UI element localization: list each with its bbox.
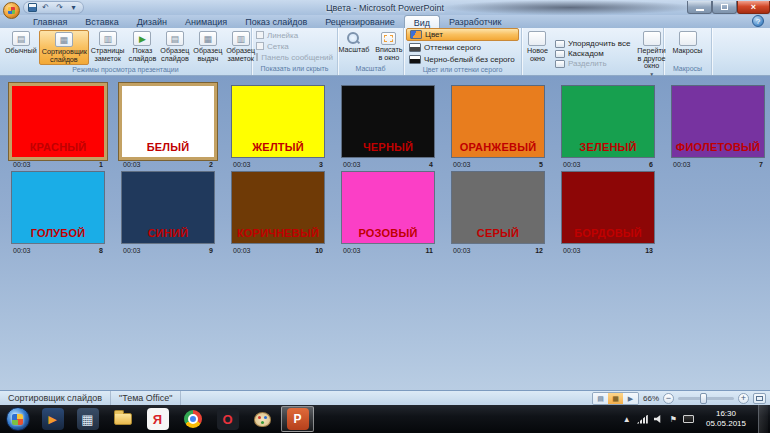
- switch-window-icon: [643, 31, 661, 46]
- slide-thumbnail[interactable]: СИНИЙ: [122, 172, 214, 243]
- slide-title: ЗЕЛЕНЫЙ: [562, 141, 654, 153]
- slide-thumbnail[interactable]: ФИОЛЕТОВЫЙ: [672, 86, 764, 157]
- slide-number: 6: [649, 161, 653, 168]
- slide-thumbnail[interactable]: БЕЛЫЙ: [122, 86, 214, 157]
- ruler-checkbox[interactable]: Линейка: [256, 31, 333, 40]
- macros-button[interactable]: Макросы: [671, 30, 705, 64]
- slide-cell: КОРИЧНЕВЫЙ 00:03 10: [232, 172, 324, 254]
- view-mode-button[interactable]: ▥ Страницы заметок: [89, 30, 127, 65]
- slideshow-view-button[interactable]: ▶: [623, 393, 638, 404]
- grayscale-button[interactable]: Оттенки серого: [406, 42, 519, 53]
- office-button[interactable]: [3, 2, 20, 19]
- zoom-slider-thumb[interactable]: [700, 393, 707, 404]
- ribbon-tab[interactable]: Вставка: [76, 15, 127, 28]
- ribbon-tab[interactable]: Анимация: [176, 15, 236, 28]
- chrome-icon[interactable]: [176, 406, 209, 432]
- arrange-all-button[interactable]: Упорядочить все: [553, 39, 632, 48]
- zoom-out-button[interactable]: −: [663, 393, 674, 404]
- cascade-button[interactable]: Каскадом: [553, 49, 632, 58]
- view-mode-button[interactable]: ▤ Образец слайдов: [158, 30, 191, 65]
- slide-number: 11: [426, 247, 433, 254]
- help-icon[interactable]: ?: [752, 15, 764, 27]
- network-icon[interactable]: [637, 415, 648, 424]
- paint-icon[interactable]: [246, 406, 279, 432]
- volume-icon[interactable]: [654, 415, 664, 424]
- explorer-icon[interactable]: [106, 406, 139, 432]
- slide-meta: 00:03 4: [342, 161, 434, 168]
- slide-transition-time: 00:03: [123, 161, 141, 168]
- slide-sorter-workspace[interactable]: КРАСНЫЙ 00:03 1 БЕЛЫЙ 00:03 2 ЖЕЛТЫЙ 00:…: [0, 76, 770, 390]
- ribbon-tab[interactable]: Показ слайдов: [236, 15, 316, 28]
- slide-transition-time: 00:03: [233, 247, 251, 254]
- view-mode-button[interactable]: ▦ Образец выдач: [191, 30, 224, 65]
- normal-view-button[interactable]: ▤: [593, 393, 608, 404]
- slide-thumbnail[interactable]: РОЗОВЫЙ: [342, 172, 434, 243]
- show-desktop-button[interactable]: [758, 405, 768, 433]
- powerpoint-icon[interactable]: P: [281, 406, 314, 432]
- grayscale-icon: [409, 43, 421, 52]
- status-theme-name[interactable]: "Тема Office": [111, 391, 181, 405]
- group-show-hide: Линейка Сетка Панель сообщений Показать …: [252, 28, 338, 75]
- zoom-button[interactable]: Масштаб: [337, 30, 372, 64]
- grid-checkbox[interactable]: Сетка: [256, 42, 333, 51]
- taskbar-clock[interactable]: 16:30 05.05.2015: [700, 409, 752, 429]
- status-view-name: Сортировщик слайдов: [0, 391, 111, 405]
- view-mode-button[interactable]: ▦ Сортировщик слайдов: [39, 30, 89, 65]
- slide-transition-time: 00:03: [563, 161, 581, 168]
- view-mode-icon: ▶: [133, 31, 151, 46]
- keyboard-language-icon[interactable]: [683, 415, 694, 423]
- slide-transition-time: 00:03: [13, 247, 31, 254]
- group-macros: Макросы Макросы: [664, 28, 712, 75]
- ribbon-tab[interactable]: Вид: [404, 15, 440, 28]
- yandex-browser-icon[interactable]: Я: [141, 406, 174, 432]
- group-label: Масштаб: [338, 64, 403, 75]
- slide-title: РОЗОВЫЙ: [342, 227, 434, 239]
- slide-thumbnail[interactable]: СЕРЫЙ: [452, 172, 544, 243]
- slide-thumbnail[interactable]: БОРДОВЫЙ: [562, 172, 654, 243]
- message-bar-checkbox[interactable]: Панель сообщений: [256, 53, 333, 62]
- slide-title: ЧЕРНЫЙ: [342, 141, 434, 153]
- ribbon-tab[interactable]: Главная: [24, 15, 76, 28]
- zoom-percentage[interactable]: 66%: [643, 394, 659, 403]
- view-mode-button[interactable]: ▶ Показ слайдов: [127, 30, 159, 65]
- slide-meta: 00:03 1: [12, 161, 104, 168]
- ribbon-tab[interactable]: Рецензирование: [316, 15, 404, 28]
- slide-transition-time: 00:03: [343, 161, 361, 168]
- group-zoom: Масштаб Вписать в окно Масштаб: [338, 28, 404, 75]
- slide-meta: 00:03 12: [452, 247, 544, 254]
- slide-thumbnail[interactable]: КОРИЧНЕВЫЙ: [232, 172, 324, 243]
- ribbon-tab[interactable]: Разработчик: [440, 15, 510, 28]
- action-center-flag-icon[interactable]: ⚑: [670, 415, 677, 424]
- slide-thumbnail[interactable]: ЖЕЛТЫЙ: [232, 86, 324, 157]
- new-window-button[interactable]: Новое окно: [525, 30, 550, 78]
- close-button[interactable]: ×: [737, 1, 770, 14]
- media-player-icon[interactable]: ▶: [36, 406, 69, 432]
- black-white-button[interactable]: Черно-белый без серого: [406, 54, 519, 65]
- slide-thumbnail[interactable]: ЧЕРНЫЙ: [342, 86, 434, 157]
- slide-thumbnail[interactable]: ГОЛУБОЙ: [12, 172, 104, 243]
- switch-window-button[interactable]: Перейти в другое окно ▼: [635, 30, 667, 78]
- start-menu-button[interactable]: [1, 406, 34, 432]
- zoom-slider-track[interactable]: [678, 397, 734, 400]
- show-hidden-icons[interactable]: ▲: [623, 415, 631, 424]
- color-button[interactable]: Цвет: [406, 28, 519, 41]
- ribbon-tab[interactable]: Дизайн: [128, 15, 176, 28]
- slide-thumbnail[interactable]: КРАСНЫЙ: [12, 86, 104, 157]
- slide-transition-time: 00:03: [453, 161, 471, 168]
- opera-icon[interactable]: O: [211, 406, 244, 432]
- slide-number: 13: [645, 247, 653, 254]
- fit-slide-to-window-button[interactable]: [753, 393, 766, 404]
- view-mode-button[interactable]: ▤ Обычный: [3, 30, 39, 65]
- slide-thumbnail[interactable]: ЗЕЛЕНЫЙ: [562, 86, 654, 157]
- slide-sorter-view-button[interactable]: ▦: [608, 393, 623, 404]
- slide-transition-time: 00:03: [673, 161, 691, 168]
- calculator-icon[interactable]: ▦: [71, 406, 104, 432]
- view-mode-icon: ▦: [199, 31, 217, 46]
- fit-to-window-button[interactable]: Вписать в окно: [373, 30, 404, 64]
- slide-meta: 00:03 10: [232, 247, 324, 254]
- minimize-button[interactable]: [687, 1, 712, 14]
- slide-thumbnail[interactable]: ОРАНЖЕВЫЙ: [452, 86, 544, 157]
- window-title: Цвета - Microsoft PowerPoint: [0, 3, 770, 13]
- zoom-in-button[interactable]: +: [738, 393, 749, 404]
- maximize-button[interactable]: [712, 1, 737, 14]
